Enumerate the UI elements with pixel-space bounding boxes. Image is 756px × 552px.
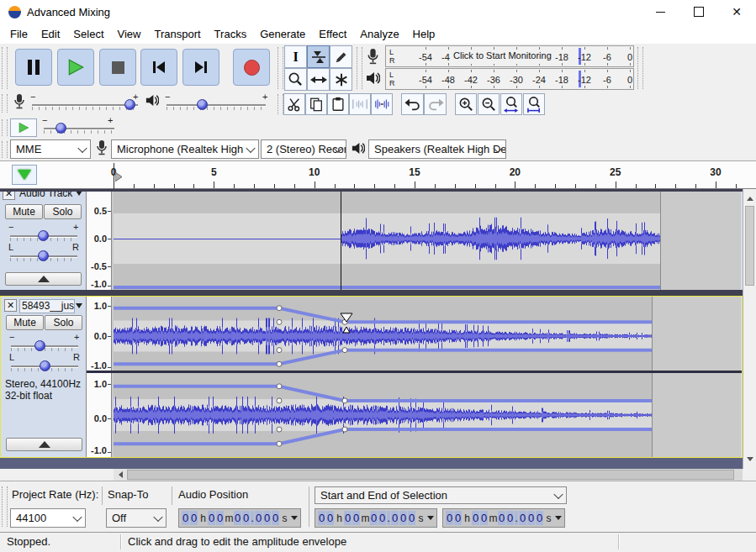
track-2-title-box[interactable]: 58493__juskt bbox=[19, 299, 75, 313]
track-1-vertical-ruler[interactable]: 0.5 0.0 -0.5 -1.0 bbox=[87, 192, 112, 290]
time-digit[interactable]: 0 bbox=[318, 511, 325, 525]
track-1-control-panel[interactable]: ✕ Audio Track Mute Solo − + L R bbox=[0, 192, 87, 290]
copy-button[interactable] bbox=[305, 93, 327, 115]
time-digit[interactable]: 0 bbox=[272, 511, 279, 525]
time-digit[interactable]: s bbox=[416, 513, 426, 524]
horizontal-scrollbar[interactable] bbox=[0, 469, 756, 481]
tools-toolbar-grip[interactable] bbox=[278, 47, 283, 89]
track-2-left-waveform[interactable] bbox=[112, 297, 741, 371]
device-toolbar-grip[interactable] bbox=[2, 141, 8, 158]
menu-select[interactable]: Select bbox=[66, 25, 110, 43]
time-digit[interactable]: 0 bbox=[391, 511, 399, 525]
dock-grip[interactable] bbox=[637, 47, 643, 89]
track-2-close-button[interactable]: ✕ bbox=[4, 299, 17, 312]
time-digit[interactable]: 0 bbox=[216, 511, 224, 525]
pause-button[interactable] bbox=[15, 49, 52, 86]
silence-audio-button[interactable] bbox=[371, 93, 393, 115]
track-2-mute-button[interactable]: Mute bbox=[6, 315, 44, 330]
fit-project-button[interactable] bbox=[523, 93, 545, 115]
track-2-collapse-button[interactable] bbox=[6, 438, 82, 451]
trim-audio-button[interactable] bbox=[349, 93, 371, 115]
time-digit[interactable]: . bbox=[387, 511, 390, 525]
recording-device-select[interactable]: Microphone (Realtek High bbox=[111, 139, 259, 159]
stop-button[interactable] bbox=[99, 49, 136, 86]
time-digit[interactable]: h bbox=[335, 513, 344, 524]
time-field-arrow-icon[interactable] bbox=[291, 516, 298, 523]
time-digit[interactable]: h bbox=[463, 513, 472, 524]
zoom-out-button[interactable] bbox=[478, 93, 500, 115]
skip-to-start-button[interactable] bbox=[140, 49, 177, 86]
track-1-mute-button[interactable]: Mute bbox=[5, 204, 43, 219]
track-2-right-channel-ruler[interactable]: 1.0 0.0 -1.0 bbox=[87, 373, 112, 457]
play-at-speed-grip[interactable] bbox=[2, 119, 8, 136]
time-field-arrow-icon[interactable] bbox=[555, 516, 562, 523]
track-1-title[interactable]: Audio Track bbox=[19, 192, 72, 199]
recording-volume-thumb[interactable] bbox=[124, 99, 135, 110]
time-digit[interactable]: 0 bbox=[344, 511, 352, 525]
zoom-tool-button[interactable] bbox=[284, 68, 307, 91]
menu-help[interactable]: Help bbox=[406, 25, 442, 43]
play-speed-slider[interactable] bbox=[44, 128, 114, 129]
menu-generate[interactable]: Generate bbox=[253, 25, 312, 43]
time-digit[interactable]: 0 bbox=[527, 511, 535, 525]
play-button[interactable] bbox=[57, 49, 94, 86]
play-speed-thumb[interactable] bbox=[56, 123, 66, 134]
time-digit[interactable]: 0 bbox=[498, 511, 505, 525]
vertical-scroll-thumb[interactable] bbox=[745, 206, 754, 286]
scroll-up-button[interactable] bbox=[744, 192, 756, 205]
time-digit[interactable]: s bbox=[544, 513, 553, 524]
track-2-left-channel-ruler[interactable]: 1.0 0.0 -1.0 bbox=[87, 297, 112, 371]
time-digit[interactable]: 0 bbox=[399, 511, 407, 525]
maximize-button[interactable] bbox=[679, 0, 718, 24]
time-digit[interactable]: 0 bbox=[454, 511, 462, 525]
playback-volume-slider[interactable] bbox=[167, 104, 266, 106]
track-1-gain-thumb[interactable] bbox=[38, 230, 49, 241]
play-region-pin-icon[interactable] bbox=[115, 172, 123, 182]
menu-transport[interactable]: Transport bbox=[147, 25, 207, 43]
time-digit[interactable]: 0 bbox=[480, 511, 488, 525]
time-digit[interactable]: 0 bbox=[506, 511, 514, 525]
play-meter-speaker-icon[interactable] bbox=[365, 71, 380, 86]
recording-channels-select[interactable]: 2 (Stereo) Recor bbox=[261, 139, 346, 159]
mixer-toolbar-grip[interactable] bbox=[2, 94, 8, 113]
menu-file[interactable]: File bbox=[3, 25, 34, 43]
audio-position-field[interactable]: 00h00m00.000s bbox=[178, 508, 301, 528]
scroll-left-button[interactable] bbox=[114, 469, 127, 481]
menu-analyze[interactable]: Analyze bbox=[353, 25, 405, 43]
redo-button[interactable] bbox=[424, 93, 447, 115]
time-digit[interactable]: 0 bbox=[519, 511, 526, 525]
menu-effect[interactable]: Effect bbox=[312, 25, 353, 43]
time-digit[interactable]: s bbox=[280, 513, 289, 524]
recording-meter[interactable]: L R Click to Start Monitoring -54-48-42-… bbox=[385, 45, 634, 67]
track-2-menu-arrow-icon[interactable] bbox=[76, 303, 82, 308]
menu-tracks[interactable]: Tracks bbox=[208, 25, 254, 43]
project-rate-select[interactable]: 44100 bbox=[10, 508, 86, 528]
play-at-speed-button[interactable] bbox=[10, 118, 37, 137]
track-1-collapse-button[interactable] bbox=[5, 272, 82, 286]
snap-to-select[interactable]: Off bbox=[106, 508, 167, 528]
audio-host-select[interactable]: MME bbox=[10, 139, 91, 159]
playback-volume-thumb[interactable] bbox=[197, 99, 208, 110]
time-digit[interactable]: m bbox=[489, 513, 498, 524]
time-digit[interactable]: . bbox=[251, 511, 254, 525]
selection-tool-button[interactable]: I bbox=[284, 45, 307, 68]
paste-button[interactable] bbox=[327, 93, 349, 115]
track-1-close-button[interactable]: ✕ bbox=[3, 192, 15, 200]
time-digit[interactable]: 0 bbox=[234, 511, 241, 525]
selection-toolbar-grip[interactable] bbox=[2, 486, 8, 527]
time-digit[interactable]: 0 bbox=[446, 511, 453, 525]
time-digit[interactable]: 0 bbox=[263, 511, 271, 525]
edit-toolbar-grip[interactable] bbox=[278, 94, 283, 114]
record-button[interactable] bbox=[233, 49, 270, 86]
selection-end-field[interactable]: 00h00m00.000s bbox=[442, 508, 565, 528]
time-digit[interactable]: 0 bbox=[208, 511, 215, 525]
playback-device-select[interactable]: Speakers (Realtek High Def bbox=[368, 139, 506, 159]
draw-tool-button[interactable] bbox=[330, 45, 352, 68]
time-digit[interactable]: 0 bbox=[536, 511, 543, 525]
track-2-control-panel[interactable]: ✕ 58493__juskt Mute Solo − + L R Stereo,… bbox=[1, 297, 87, 457]
menu-edit[interactable]: Edit bbox=[34, 25, 66, 43]
track-2-solo-button[interactable]: Solo bbox=[45, 315, 82, 330]
record-meter-mic-icon[interactable] bbox=[367, 48, 379, 66]
envelope-tool-button[interactable] bbox=[307, 45, 330, 68]
time-digit[interactable]: 0 bbox=[408, 511, 415, 525]
